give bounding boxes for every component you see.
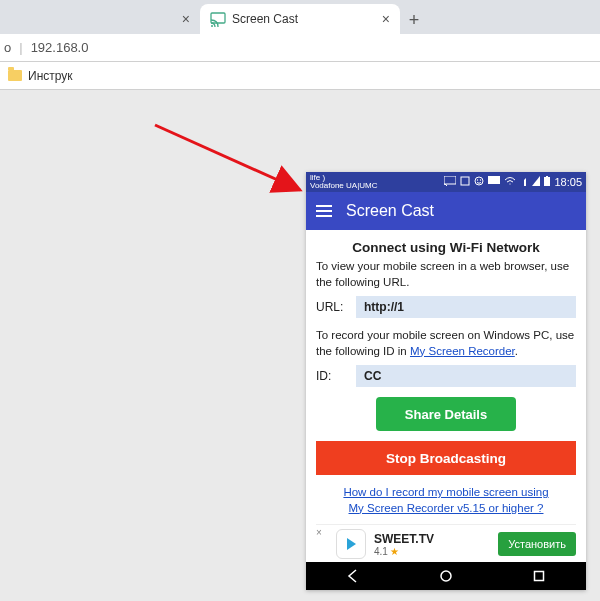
share-details-button[interactable]: Share Details: [376, 397, 516, 431]
faq-link-line2[interactable]: My Screen Recorder v5.15 or higher ?: [349, 502, 544, 514]
close-tab-icon[interactable]: ×: [182, 11, 190, 27]
svg-rect-8: [488, 176, 500, 184]
ad-banner: × SWEET.TV 4.1★ Установить: [316, 524, 576, 562]
app-bar: Screen Cast: [306, 192, 586, 230]
ad-app-icon[interactable]: [336, 529, 366, 559]
svg-rect-4: [461, 177, 469, 185]
favicon-icon: [210, 11, 226, 27]
svg-point-7: [480, 179, 481, 180]
clock-text: 18:05: [554, 176, 582, 188]
url-label: URL:: [316, 300, 348, 314]
install-button[interactable]: Установить: [498, 532, 576, 556]
app-content: Connect using Wi-Fi Network To view your…: [306, 230, 586, 562]
ad-title: SWEET.TV: [374, 532, 490, 546]
svg-point-5: [475, 177, 483, 185]
android-status-bar: life ) Vodafone UA|UMC 18:05: [306, 172, 586, 192]
svg-point-6: [477, 179, 478, 180]
screen-icon: [488, 176, 500, 188]
svg-point-1: [211, 25, 213, 27]
svg-rect-0: [211, 13, 225, 23]
url-field[interactable]: http://1: [356, 296, 576, 318]
tab-strip: × Screen Cast × +: [0, 0, 600, 34]
address-prefix: o: [4, 40, 11, 55]
carrier-2: Vodafone UA|UMC: [310, 182, 377, 190]
svg-rect-10: [546, 176, 548, 177]
signal-icon: [520, 176, 528, 188]
folder-icon: [8, 70, 22, 81]
recents-icon[interactable]: [532, 569, 546, 583]
svg-point-11: [441, 571, 451, 581]
app-title: Screen Cast: [346, 202, 434, 220]
phone-mockup: life ) Vodafone UA|UMC 18:05 Screen Cast…: [306, 172, 586, 590]
my-screen-recorder-link[interactable]: My Screen Recorder: [410, 345, 515, 357]
ad-close-icon[interactable]: ×: [316, 527, 328, 538]
svg-rect-3: [444, 176, 456, 184]
tab-previous[interactable]: ×: [0, 4, 200, 34]
ad-rating: 4.1★: [374, 546, 490, 557]
square-icon: [460, 176, 470, 188]
record-text-post: .: [515, 345, 518, 357]
menu-icon[interactable]: [316, 205, 332, 217]
android-nav-bar: [306, 562, 586, 590]
address-bar[interactable]: o | 192.168.0: [0, 34, 600, 62]
record-instructions: To record your mobile screen on Windows …: [316, 328, 576, 359]
star-icon: ★: [390, 546, 399, 557]
close-tab-icon[interactable]: ×: [382, 11, 390, 27]
bookmarks-bar: Инструк: [0, 62, 600, 90]
stop-broadcasting-button[interactable]: Stop Broadcasting: [316, 441, 576, 475]
annotation-arrow: [150, 120, 320, 210]
address-text: 192.168.0: [31, 40, 89, 55]
tab-title: Screen Cast: [232, 12, 298, 26]
svg-line-2: [155, 125, 300, 190]
view-instructions: To view your mobile screen in a web brow…: [316, 259, 576, 290]
svg-rect-12: [535, 572, 544, 581]
signal-icon: [532, 176, 540, 188]
tab-screen-cast[interactable]: Screen Cast ×: [200, 4, 400, 34]
home-icon[interactable]: [439, 569, 453, 583]
svg-rect-9: [544, 177, 550, 186]
faq-link-line1[interactable]: How do I record my mobile screen using: [343, 486, 548, 498]
bookmark-item[interactable]: Инструк: [28, 69, 73, 83]
wifi-icon: [504, 176, 516, 188]
back-icon[interactable]: [346, 569, 360, 583]
id-label: ID:: [316, 369, 348, 383]
cast-icon: [444, 176, 456, 188]
section-heading: Connect using Wi-Fi Network: [316, 240, 576, 255]
id-field[interactable]: CC: [356, 365, 576, 387]
smiley-icon: [474, 176, 484, 188]
divider: |: [19, 40, 22, 55]
new-tab-button[interactable]: +: [400, 6, 428, 34]
battery-icon: [544, 176, 550, 188]
